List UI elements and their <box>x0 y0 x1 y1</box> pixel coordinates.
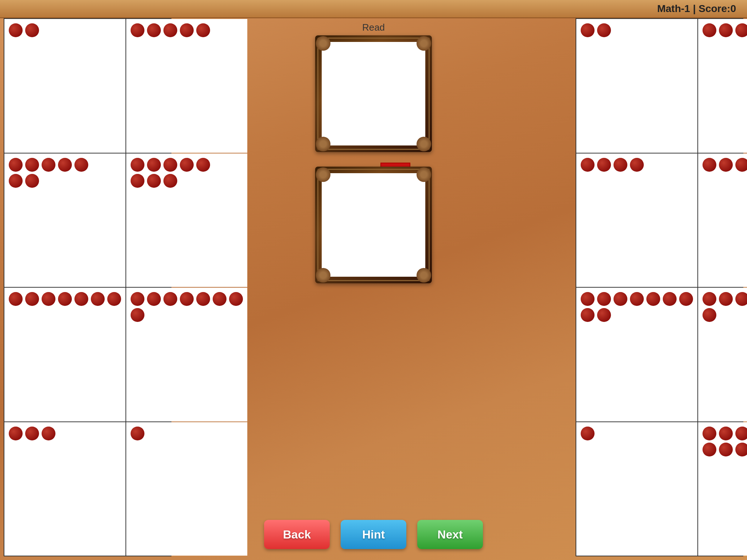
dot <box>581 292 595 306</box>
back-button[interactable]: Back <box>264 520 330 549</box>
dot <box>630 292 644 306</box>
right-cell-1[interactable] <box>576 19 697 153</box>
right-cell-7[interactable] <box>576 422 697 556</box>
answer-frame[interactable] <box>315 167 432 283</box>
dot <box>131 174 144 188</box>
hint-button[interactable]: Hint <box>341 520 406 549</box>
dot <box>9 427 23 440</box>
dot <box>735 427 747 440</box>
left-cell-1[interactable] <box>4 19 125 153</box>
dot <box>131 158 144 172</box>
dot <box>42 292 55 306</box>
dot <box>131 308 144 322</box>
dot <box>630 158 644 172</box>
read-frame-inner <box>322 42 425 145</box>
right-cell-2[interactable] <box>698 19 747 153</box>
right-cell-5[interactable] <box>576 288 697 421</box>
right-cell-6[interactable] <box>698 288 747 421</box>
right-grid <box>576 18 743 556</box>
dot <box>703 443 716 456</box>
dot <box>703 308 716 322</box>
dot <box>735 292 747 306</box>
left-cell-5[interactable] <box>4 288 125 421</box>
dot <box>679 292 693 306</box>
dot <box>58 158 72 172</box>
dot <box>91 292 105 306</box>
dot <box>25 158 39 172</box>
answer-frame-inner <box>322 173 425 277</box>
frame-corner-br <box>417 137 431 151</box>
frame-corner-tl <box>316 36 330 51</box>
frame-corner-tr <box>417 36 431 51</box>
buttons-row: Back Hint Next <box>264 520 483 549</box>
right-cell-4[interactable] <box>698 153 747 287</box>
dot <box>735 158 747 172</box>
left-grid <box>4 18 171 556</box>
dot <box>9 23 23 37</box>
frame-corner-tr <box>417 167 431 182</box>
dot <box>703 23 716 37</box>
dot <box>735 443 747 456</box>
dot <box>614 158 627 172</box>
right-cell-3[interactable] <box>576 153 697 287</box>
frame-corner-bl <box>316 137 330 151</box>
dot <box>42 427 55 440</box>
dot <box>147 23 161 37</box>
dot <box>74 158 88 172</box>
right-cell-8[interactable] <box>698 422 747 556</box>
dot <box>719 158 733 172</box>
right-panel <box>576 18 743 556</box>
center-panel: Read <box>171 18 576 556</box>
dot <box>663 292 677 306</box>
next-button[interactable]: Next <box>417 520 483 549</box>
dot <box>581 23 595 37</box>
dot <box>58 292 72 306</box>
dot <box>25 174 39 188</box>
dot <box>597 23 611 37</box>
dot <box>581 158 595 172</box>
dot <box>107 292 121 306</box>
dot <box>25 427 39 440</box>
read-frame <box>315 35 432 152</box>
dot <box>25 292 39 306</box>
dot <box>147 292 161 306</box>
left-panel <box>4 18 171 556</box>
dot <box>131 427 144 440</box>
frame-corner-tl <box>316 167 330 182</box>
dot <box>25 23 39 37</box>
dot <box>597 158 611 172</box>
dot <box>9 292 23 306</box>
dot <box>703 292 716 306</box>
dot <box>131 23 144 37</box>
dot <box>74 292 88 306</box>
dot <box>735 23 747 37</box>
left-cell-7[interactable] <box>4 422 125 556</box>
dot <box>719 427 733 440</box>
dot <box>147 158 161 172</box>
dot <box>703 158 716 172</box>
dot <box>9 158 23 172</box>
dot <box>703 427 716 440</box>
left-cell-3[interactable] <box>4 153 125 287</box>
dot <box>581 427 595 440</box>
dot <box>42 158 55 172</box>
dot <box>719 292 733 306</box>
dot <box>581 308 595 322</box>
dot <box>719 23 733 37</box>
dot <box>147 174 161 188</box>
dot <box>646 292 660 306</box>
frame-corner-br <box>417 268 431 283</box>
top-bar: Math-1 | Score:0 <box>0 0 747 18</box>
dot <box>597 292 611 306</box>
dot <box>131 292 144 306</box>
score-label: Math-1 | Score:0 <box>657 3 736 15</box>
dot <box>614 292 627 306</box>
dot <box>597 308 611 322</box>
dot <box>9 174 23 188</box>
dot <box>719 443 733 456</box>
frame-corner-bl <box>316 268 330 283</box>
read-label: Read <box>362 22 385 33</box>
